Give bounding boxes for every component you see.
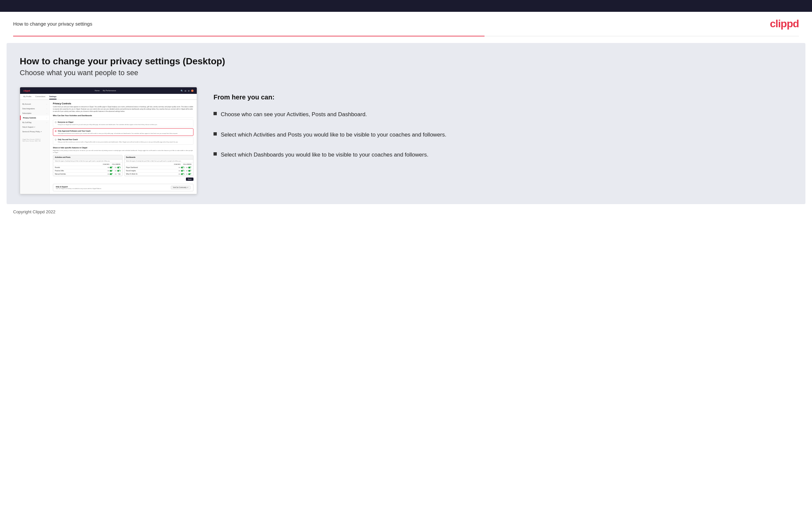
mock-save-button: Save — [186, 177, 194, 181]
footer-text: Copyright Clippd 2022 — [13, 209, 55, 214]
mock-practice-coaches-on-label: ON — [107, 170, 109, 172]
mock-sidebar-data-label: Data Integrations — [22, 108, 35, 110]
mock-manual-followers-off-label: ON — [115, 174, 116, 175]
mock-sidebar-golf-bag: My Golf Bag › — [20, 120, 49, 125]
mock-nav-links: Home My Performance — [95, 90, 116, 92]
mock-panel-desc: Control how you and your data appears to… — [53, 106, 194, 113]
mock-toggle-knob-8 — [190, 167, 192, 168]
mock-activities-table: Activities and Posts Select the types of… — [53, 155, 122, 176]
mock-sidebar-version: Clippd Client Version: 2022.8.2SQL Serve… — [20, 136, 49, 144]
mock-dash-followers-col: FOLLOWERS — [183, 163, 192, 165]
bullet-item-2: Select which Activities and Posts you wo… — [213, 130, 792, 139]
mock-sidebar-help-label: Help & Support ↗ — [22, 126, 35, 128]
mock-manual-coaches-on-label: ON — [107, 174, 109, 175]
mock-rounds-coaches-pair: ON — [107, 167, 113, 168]
main-content: How to change your privacy settings (Des… — [7, 43, 805, 204]
mock-sidebar-privacy-label: Privacy Controls — [23, 117, 36, 119]
mock-player-coaches-on: ON — [179, 167, 180, 168]
header: How to change your privacy settings clip… — [0, 12, 812, 36]
top-bar — [0, 0, 812, 12]
mock-work-followers-pair: ON — [186, 173, 192, 175]
mock-radio-only-you-desc: Only you and the coaches you connect wit… — [58, 141, 178, 143]
mock-radio-approved: Only Approved Followers and Your Coach O… — [53, 128, 194, 136]
mock-work-followers-on: ON — [186, 174, 188, 175]
mock-work-coaches-pair: ON — [179, 173, 184, 175]
info-column: From here you can: Choose who can see yo… — [213, 87, 792, 171]
mock-rounds-followers-toggle — [117, 167, 120, 168]
mock-toggle-knob-12 — [190, 174, 192, 175]
mock-radio-dot-only-you — [55, 139, 56, 140]
mock-player-dash-label: Player Dashboard — [126, 167, 177, 168]
mock-manual-followers-pair: ON — [115, 173, 120, 175]
mock-player-followers-on: ON — [186, 167, 188, 168]
mock-followers-col-label: FOLLOWERS — [112, 163, 120, 165]
mock-row-player-dash: Player Dashboard ON ON — [124, 166, 194, 169]
mock-tabs: My Profile Connections Settings — [20, 94, 197, 100]
mock-round-coaches-on: ON — [179, 170, 180, 172]
mock-avatar — [191, 90, 194, 92]
mock-toggle-knob-4 — [119, 170, 120, 172]
mock-logo: clippd — [23, 90, 30, 92]
mock-settings-icon: ⚙ — [188, 90, 190, 92]
mock-work-on-label: What To Work On — [126, 173, 177, 175]
mock-rounds-followers-on-label: ON — [115, 167, 116, 168]
mock-toggle-knob-7 — [183, 167, 184, 168]
page-heading: How to change your privacy settings (Des… — [20, 56, 792, 67]
mock-toggle-knob-11 — [183, 174, 184, 175]
mock-toggle-knob-10 — [190, 170, 192, 172]
mock-practice-followers-on-label: ON — [115, 170, 116, 172]
mock-help-section: Help & Support Visit our Clippd communit… — [53, 184, 194, 191]
mock-row-round-insights: Round Insights ON ON — [124, 169, 194, 173]
mock-sidebar-data-integrations: Data Integrations › — [20, 106, 49, 111]
mock-manual-label: Manual Activities — [55, 173, 106, 175]
header-title: How to change your privacy settings — [13, 21, 92, 26]
mock-sidebar-help: Help & Support ↗ — [20, 125, 49, 129]
mock-sidebar-account-label: My Account — [22, 103, 31, 105]
bullet-square-1 — [213, 112, 217, 115]
mock-panel-title: Privacy Controls — [53, 102, 194, 105]
mock-search-icon: 🔍 — [181, 90, 183, 92]
mock-body: My Account › Data Integrations › Subscri… — [20, 100, 197, 194]
mock-chevron-data: › — [47, 108, 47, 110]
mock-chevron-bag: › — [47, 122, 47, 123]
mock-tables-row: Activities and Posts Select the types of… — [53, 155, 194, 176]
mock-show-hide-desc: Regardless of the privacy controls that … — [53, 150, 194, 153]
mock-nav-icons: 🔍 ⊞ ⚙ — [181, 90, 194, 92]
mock-toggle-knob-5 — [112, 174, 113, 175]
mock-radio-dot-approved — [55, 130, 56, 132]
mock-manual-coaches-pair: ON — [107, 173, 113, 175]
mock-radio-approved-text: Only Approved Followers and Your Coach O… — [58, 130, 178, 134]
mock-sidebar-service-label: Service & Privacy Policy ↗ — [22, 130, 42, 132]
mock-visit-community-button: Visit Our Community ↗ — [171, 186, 191, 189]
mock-toggle-knob-3 — [112, 170, 113, 172]
mock-sidebar-service: Service & Privacy Policy ↗ — [20, 129, 49, 134]
mock-chevron-privacy: › — [47, 117, 47, 119]
mock-activities-desc: Select the types of activity that you'd … — [53, 160, 122, 163]
mock-tab-connections: Connections — [35, 96, 45, 100]
mock-sidebar-sub-label: Subscription — [22, 112, 32, 114]
mock-work-coaches-on: ON — [179, 174, 180, 175]
mock-row-practice: Practice Drills ON ON — [53, 169, 122, 173]
mock-radio-group: Everyone on Clippd Everyone on Clippd ca… — [53, 119, 194, 145]
mock-toggle-knob-6 — [117, 174, 118, 175]
mock-help-desc: Visit our Clippd community to troublesho… — [56, 188, 101, 189]
header-divider — [13, 36, 799, 37]
mock-sidebar-my-account: My Account › — [20, 102, 49, 106]
mock-round-followers-pair: ON — [186, 170, 192, 172]
mock-dashboards-desc: Select the types of activity that you'd … — [124, 160, 194, 163]
bullet-text-1: Choose who can see your Activities, Post… — [221, 110, 367, 119]
mock-rounds-label: Rounds — [55, 167, 106, 168]
mock-practice-label: Practice Drills — [55, 170, 106, 172]
bullet-item-3: Select which Dashboards you would like t… — [213, 151, 792, 159]
mock-toggle-knob — [112, 167, 113, 168]
mock-tab-profile: My Profile — [23, 96, 31, 100]
mock-panel: Privacy Controls Control how you and you… — [50, 100, 197, 194]
two-column-layout: clippd Home My Performance 🔍 ⊞ ⚙ My Prof… — [20, 87, 792, 194]
mock-round-coaches-pair: ON — [179, 170, 184, 172]
mock-radio-everyone-label: Everyone on Clippd — [58, 121, 157, 123]
mock-row-manual: Manual Activities ON ON — [53, 173, 122, 176]
bullet-list: Choose who can see your Activities, Post… — [213, 110, 792, 159]
mock-work-coaches-toggle — [181, 173, 184, 175]
mock-sidebar-bag-label: My Golf Bag — [22, 121, 32, 123]
screenshot-mock: clippd Home My Performance 🔍 ⊞ ⚙ My Prof… — [20, 87, 197, 194]
